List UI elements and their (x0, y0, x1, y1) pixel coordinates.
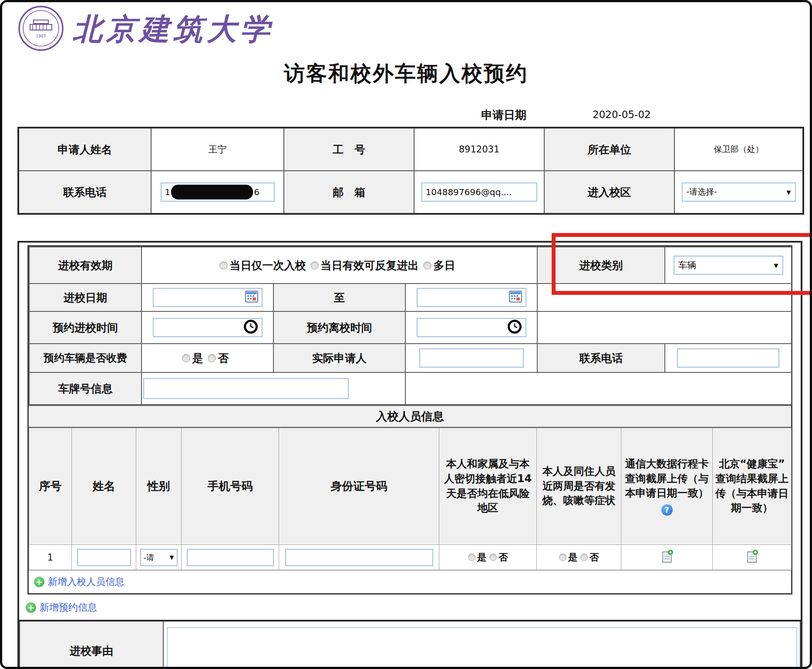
entry-category-value: 车辆 (678, 259, 697, 271)
entry-category-select[interactable]: 车辆 ▼ (674, 256, 783, 275)
plate-number-input[interactable] (143, 378, 349, 399)
col-low-risk: 本人和家属及与本人密切接触者近14天是否均在低风险地区 (439, 428, 537, 545)
radio-fee-no[interactable] (208, 354, 216, 362)
upload-travel-card-icon[interactable] (660, 555, 674, 566)
person-name-input[interactable] (77, 549, 131, 566)
email-label: 邮 箱 (284, 171, 414, 214)
radio-symptom-no[interactable] (580, 554, 588, 561)
table-row: 车牌号信息 (29, 372, 792, 405)
apply-date-row: 申请日期 2020-05-02 (2, 108, 810, 122)
applicant-table: 申请人姓名 王宁 工 号 8912031 所在单位 保卫部（处） 联系电话 1 … (17, 127, 804, 215)
department-label: 所在单位 (544, 128, 674, 171)
person-id-input[interactable] (285, 549, 433, 566)
radio-repeat-same-day[interactable] (310, 261, 319, 270)
plus-icon: + (26, 602, 36, 613)
help-icon[interactable]: ? (661, 504, 673, 516)
campus-select-value: -请选择- (687, 186, 718, 198)
university-seal-icon: 1907 (18, 5, 64, 53)
resize-grip-icon[interactable] (790, 668, 796, 669)
reason-table: 进校事由 (19, 620, 801, 669)
reservation-inner-table: 进校有效期 当日仅一次入校当日有效可反复进出多日 进校类别 车辆 ▼ 进校日期 (27, 245, 792, 595)
plus-icon: + (34, 577, 44, 587)
reservation-section: 进校有效期 当日仅一次入校当日有效可反复进出多日 进校类别 车辆 ▼ 进校日期 (17, 241, 802, 669)
table-row: 预约进校时间 预约离校时间 (29, 311, 792, 344)
table-row: 联系电话 1 6 邮 箱 1048897696@qq.... 进入校区 -请选择… (18, 171, 803, 214)
person-mobile-input[interactable] (187, 549, 274, 566)
col-travel-card-label: 通信大数据行程卡查询截屏上传（与本申请日期一致） (625, 458, 709, 499)
time-in-label: 预约进校时间 (29, 311, 142, 344)
add-person-link[interactable]: + 新增入校人员信息 (29, 570, 791, 593)
phone-prefix: 1 (165, 187, 171, 197)
empty-cell (537, 311, 792, 344)
radio-low-risk-no-label: 否 (499, 552, 508, 563)
apply-date-label: 申请日期 (481, 108, 526, 123)
radio-once-per-day[interactable] (219, 261, 228, 270)
add-person-label: 新增入校人员信息 (48, 575, 125, 588)
upload-health-kit-icon[interactable] (745, 555, 758, 566)
calendar-icon[interactable] (509, 291, 522, 305)
apply-date-value: 2020-05-02 (593, 109, 651, 120)
col-id-number: 身份证号码 (279, 428, 439, 545)
chevron-down-icon: ▼ (787, 189, 791, 196)
time-in-input[interactable] (153, 318, 263, 337)
phone-suffix: 6 (254, 187, 259, 197)
clock-icon[interactable] (243, 319, 258, 336)
person-gender-value: -请 (144, 552, 155, 563)
col-name: 姓名 (72, 428, 136, 545)
page: 1907 北京建筑大学 访客和校外车辆入校预约 申请日期 2020-05-02 … (0, 0, 812, 669)
campus-select[interactable]: -请选择- ▼ (682, 182, 796, 202)
time-out-input[interactable] (417, 318, 526, 337)
actual-applicant-label: 实际申请人 (273, 344, 405, 372)
phone-label: 联系电话 (18, 171, 151, 214)
add-reservation-link[interactable]: + 新增预约信息 (26, 601, 801, 615)
applicant-name-label: 申请人姓名 (18, 128, 151, 171)
personnel-section-title: 入校人员信息 (29, 405, 791, 428)
calendar-icon[interactable] (245, 291, 258, 305)
person-gender-select[interactable]: -请 ▼ (140, 549, 178, 566)
vehicle-fee-options-cell: 是否 (142, 344, 273, 372)
validity-options-cell: 当日仅一次入校当日有效可反复进出多日 (142, 247, 537, 284)
email-input[interactable]: 1048897696@qq.... (421, 182, 537, 202)
contact-phone-input[interactable] (677, 348, 779, 368)
entry-date-label: 进校日期 (29, 284, 142, 311)
radio-fee-no-label: 否 (218, 352, 229, 365)
entry-reason-label: 进校事由 (20, 621, 163, 669)
radio-fee-yes[interactable] (182, 354, 190, 362)
personnel-table: 序号 姓名 性别 手机号码 身份证号码 本人和家属及与本人密切接触者近14天是否… (29, 428, 792, 570)
col-travel-card: 通信大数据行程卡查询截屏上传（与本申请日期一致） ? (621, 428, 713, 545)
radio-symptom-yes[interactable] (559, 554, 566, 561)
radio-low-risk-yes-label: 是 (477, 552, 487, 563)
chevron-down-icon: ▼ (170, 554, 174, 561)
radio-multi-day-label: 多日 (434, 259, 455, 272)
phone-input[interactable]: 1 6 (161, 182, 275, 202)
personnel-data-row: 1 -请 ▼ 是否 是否 (29, 545, 792, 570)
table-row: 进校有效期 当日仅一次入校当日有效可反复进出多日 进校类别 车辆 ▼ (29, 247, 792, 284)
radio-low-risk-no[interactable] (489, 554, 497, 561)
applicant-name-value: 王宁 (151, 128, 284, 171)
radio-low-risk-yes[interactable] (468, 554, 475, 561)
time-out-label: 预约离校时间 (273, 311, 405, 344)
radio-symptom-yes-label: 是 (568, 552, 578, 563)
col-index: 序号 (29, 428, 72, 545)
actual-applicant-input[interactable] (419, 348, 524, 368)
col-health-kit: 北京“健康宝”查询结果截屏上传（与本申请日期一致） (713, 428, 792, 545)
entry-date-end-input[interactable] (417, 288, 526, 307)
symptom-options-cell: 是否 (537, 545, 621, 570)
clock-icon[interactable] (507, 319, 522, 336)
radio-fee-yes-label: 是 (192, 352, 203, 365)
vehicle-fee-label: 预约车辆是否收费 (29, 344, 142, 372)
contact-phone-label: 联系电话 (537, 344, 665, 372)
page-title: 访客和校外车辆入校预约 (2, 60, 810, 88)
entry-date-start-input[interactable] (153, 288, 263, 307)
radio-multi-day[interactable] (423, 261, 431, 270)
entry-category-label: 进校类别 (537, 247, 665, 284)
employee-id-label: 工 号 (284, 128, 414, 171)
col-mobile: 手机号码 (182, 428, 279, 545)
low-risk-options-cell: 是否 (439, 545, 537, 570)
table-row: 预约车辆是否收费 是否 实际申请人 联系电话 (29, 344, 792, 372)
entry-reason-textarea[interactable] (167, 627, 797, 669)
personnel-header-row: 序号 姓名 性别 手机号码 身份证号码 本人和家属及与本人密切接触者近14天是否… (29, 428, 792, 545)
table-row: 申请人姓名 王宁 工 号 8912031 所在单位 保卫部（处） (18, 128, 803, 171)
university-header: 1907 北京建筑大学 (18, 6, 810, 53)
redaction-overlay (171, 185, 253, 199)
